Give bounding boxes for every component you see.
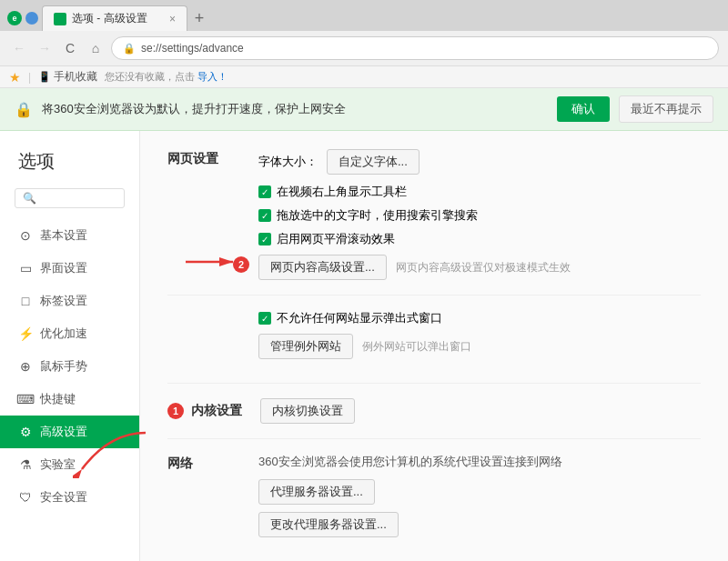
kernel-switch-btn[interactable]: 内核切换设置 <box>260 398 355 424</box>
annotation-1: 1 <box>167 403 184 419</box>
network-section: 网络 360安全浏览器会使用您计算机的系统代理设置连接到网络 代理服务器设置..… <box>167 454 701 552</box>
popup-section-spacer <box>167 310 240 368</box>
proxy-settings-btn[interactable]: 代理服务器设置... <box>258 479 375 505</box>
kernel-title-container: 1 内核设置 <box>167 403 242 419</box>
bookmark-mobile[interactable]: 📱 手机收藏 <box>38 69 97 85</box>
font-size-label: 字体大小： <box>258 154 318 170</box>
no-popup-label: 不允许任何网站显示弹出式窗口 <box>277 310 442 326</box>
smooth-scroll-row: 启用网页平滑滚动效果 <box>258 231 701 247</box>
notif-dismiss-btn[interactable]: 最近不再提示 <box>619 95 713 123</box>
ui-icon: ▭ <box>18 261 33 275</box>
sidebar-item-basic[interactable]: ⊙ 基本设置 <box>0 219 139 252</box>
hint-text: 您还没有收藏，点击 导入！ <box>105 70 228 84</box>
basic-icon: ⊙ <box>18 228 33 243</box>
sidebar-item-speed[interactable]: ⚡ 优化加速 <box>0 317 139 350</box>
import-link[interactable]: 导入！ <box>197 71 228 82</box>
sidebar-item-mouse[interactable]: ⊕ 鼠标手势 <box>0 350 139 383</box>
sidebar-item-lab[interactable]: ⚗ 实验室 <box>0 448 139 481</box>
sidebar-item-advanced[interactable]: ⚙ 高级设置 <box>0 416 139 448</box>
webpage-section: 网页设置 字体大小： 自定义字体... 在视频右上角显示工具栏 <box>167 149 701 296</box>
proxy-settings-row: 代理服务器设置... <box>258 479 701 505</box>
sidebar-search-box[interactable]: 🔍 <box>15 188 125 208</box>
drag-search-checkbox[interactable] <box>258 209 271 222</box>
sidebar-label-tab: 标签设置 <box>40 293 87 309</box>
sidebar-label-lab: 实验室 <box>40 456 76 473</box>
sidebar-label-speed: 优化加速 <box>40 326 87 342</box>
sidebar-label-security: 安全设置 <box>40 489 87 506</box>
browser-icon2 <box>25 12 38 25</box>
forward-btn[interactable]: → <box>35 38 55 58</box>
main-layout: 选项 🔍 ⊙ 基本设置 ▭ 界面设置 □ 标签设置 ⚡ 优化加速 ⊕ 鼠标手势 … <box>0 131 728 561</box>
home-btn[interactable]: ⌂ <box>86 38 106 58</box>
sidebar-label-advanced: 高级设置 <box>40 424 87 440</box>
security-icon: 🛡 <box>18 490 33 505</box>
change-proxy-row: 更改代理服务器设置... <box>258 512 701 537</box>
network-section-title: 网络 <box>167 454 240 537</box>
sidebar-title: 选项 <box>0 149 139 188</box>
advanced-content-hint: 网页内容高级设置仅对极速模式生效 <box>396 260 571 275</box>
video-toolbar-checkbox[interactable] <box>258 185 271 198</box>
custom-font-btn[interactable]: 自定义字体... <box>327 149 420 175</box>
font-size-row: 字体大小： 自定义字体... <box>258 149 701 175</box>
network-description: 360安全浏览器会使用您计算机的系统代理设置连接到网络 <box>258 454 701 470</box>
smooth-scroll-label: 启用网页平滑滚动效果 <box>277 231 395 247</box>
video-toolbar-label: 在视频右上角显示工具栏 <box>277 184 407 200</box>
active-tab[interactable]: 选项 - 高级设置 × <box>42 5 187 31</box>
manage-exceptions-btn[interactable]: 管理例外网站 <box>258 334 353 359</box>
notification-bar: 🔒 将360安全浏览器设为默认，提升打开速度，保护上网安全 确认 最近不再提示 <box>0 88 728 131</box>
tab-close-btn[interactable]: × <box>169 13 176 25</box>
advanced-content-row: 2 <box>258 255 701 280</box>
tab-favicon <box>54 13 66 25</box>
exceptions-hint: 例外网站可以弹出窗口 <box>362 339 471 355</box>
no-popup-row: 不允许任何网站显示弹出式窗口 <box>258 310 701 326</box>
notif-confirm-btn[interactable]: 确认 <box>557 96 610 122</box>
popup-section: 不允许任何网站显示弹出式窗口 管理例外网站 例外网站可以弹出窗口 <box>167 310 701 384</box>
sidebar-item-ui[interactable]: ▭ 界面设置 <box>0 252 139 285</box>
sidebar-item-tab[interactable]: □ 标签设置 <box>0 285 139 317</box>
advanced-content-btn[interactable]: 网页内容高级设置... <box>258 255 387 280</box>
tab-icon: □ <box>18 294 33 308</box>
change-proxy-btn[interactable]: 更改代理服务器设置... <box>258 512 399 537</box>
webpage-section-body: 字体大小： 自定义字体... 在视频右上角显示工具栏 拖放选中的文字时，使用搜索… <box>258 149 701 280</box>
smooth-scroll-checkbox[interactable] <box>258 233 271 245</box>
sidebar-label-basic: 基本设置 <box>40 227 87 244</box>
bookmarks-star: ★ <box>9 70 21 85</box>
network-section-body: 360安全浏览器会使用您计算机的系统代理设置连接到网络 代理服务器设置... 更… <box>258 454 701 537</box>
kernel-section: 1 内核设置 内核切换设置 <box>167 398 701 439</box>
search-input[interactable] <box>40 192 116 205</box>
new-tab-btn[interactable]: + <box>187 6 211 30</box>
notif-lock-icon: 🔒 <box>15 101 33 118</box>
tab-label: 选项 - 高级设置 <box>72 11 147 26</box>
notif-text: 将360安全浏览器设为默认，提升打开速度，保护上网安全 <box>42 101 548 117</box>
nav-bar: ← → C ⌂ 🔒 se://settings/advance <box>0 31 728 66</box>
no-popup-checkbox[interactable] <box>258 312 271 325</box>
address-text: se://settings/advance <box>141 42 244 55</box>
red-arrow-right <box>186 253 240 274</box>
kernel-section-body: 内核切换设置 <box>260 398 701 424</box>
drag-search-label: 拖放选中的文字时，使用搜索引擎搜索 <box>277 207 478 224</box>
secure-icon: 🔒 <box>123 43 136 55</box>
speed-icon: ⚡ <box>18 326 33 341</box>
sidebar-item-shortcut[interactable]: ⌨ 快捷键 <box>0 383 139 416</box>
sidebar: 选项 🔍 ⊙ 基本设置 ▭ 界面设置 □ 标签设置 ⚡ 优化加速 ⊕ 鼠标手势 … <box>0 131 140 561</box>
browser-chrome: e 选项 - 高级设置 × + ← → C ⌂ 🔒 se://settings/… <box>0 0 728 88</box>
address-bar[interactable]: 🔒 se://settings/advance <box>111 36 719 60</box>
shortcut-icon: ⌨ <box>18 392 33 406</box>
video-toolbar-row: 在视频右上角显示工具栏 <box>258 184 701 200</box>
manage-exceptions-row: 管理例外网站 例外网站可以弹出窗口 <box>258 334 701 359</box>
refresh-btn[interactable]: C <box>60 38 80 58</box>
sidebar-label-mouse: 鼠标手势 <box>40 358 87 375</box>
bookmarks-bar: ★ | 📱 手机收藏 您还没有收藏，点击 导入！ <box>0 66 728 88</box>
advanced-icon: ⚙ <box>18 425 33 439</box>
arrow-1-svg <box>140 424 164 478</box>
browser-icon: e <box>7 11 22 25</box>
kernel-section-title: 内核设置 <box>191 403 242 419</box>
tab-bar: e 选项 - 高级设置 × + <box>0 0 728 31</box>
back-btn[interactable]: ← <box>9 38 29 58</box>
sidebar-label-shortcut: 快捷键 <box>40 391 76 407</box>
sidebar-item-security[interactable]: 🛡 安全设置 <box>0 481 139 514</box>
bookmark-sep: | <box>28 71 31 84</box>
popup-section-body: 不允许任何网站显示弹出式窗口 管理例外网站 例外网站可以弹出窗口 <box>258 310 701 368</box>
mouse-icon: ⊕ <box>18 359 33 374</box>
sidebar-label-ui: 界面设置 <box>40 260 87 276</box>
